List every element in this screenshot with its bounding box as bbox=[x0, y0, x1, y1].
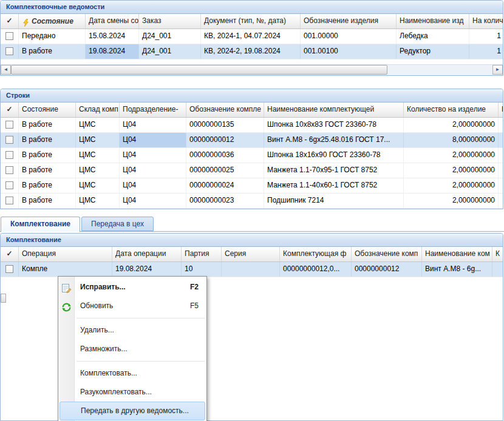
panel-stroki: Строки ✓ Состояние Склад комп Подразделе… bbox=[0, 89, 503, 209]
cell-state: В работе bbox=[19, 118, 76, 132]
row-checkbox-cell bbox=[1, 163, 19, 178]
komplektovanie-col-oboz[interactable]: Обозначение комп bbox=[352, 247, 422, 261]
menu-item-refresh[interactable]: Обновить F5 bbox=[58, 297, 206, 315]
stroki-row-3[interactable]: В работе ЦМС Ц04 00000000036 Шпонка 18x1… bbox=[1, 148, 503, 163]
vedomosti-col-doc[interactable]: Документ (тип, №, дата) bbox=[201, 14, 301, 29]
komplektovanie-col-seria[interactable]: Серия bbox=[222, 247, 280, 261]
cell-qty: 2,000000000 bbox=[404, 194, 499, 208]
cell-name: Редуктор bbox=[397, 44, 469, 59]
cell-oboz: 00000000012 bbox=[352, 262, 422, 277]
stroki-col-sklad[interactable]: Склад комп bbox=[76, 103, 120, 117]
stroki-row-4[interactable]: В работе ЦМС Ц04 00000000025 Манжета 1.1… bbox=[1, 163, 503, 178]
lightning-icon bbox=[22, 18, 30, 25]
menu-item-label: Обновить bbox=[80, 301, 113, 310]
cell-oboz: 00000000036 bbox=[186, 148, 264, 163]
stroki-col-podr[interactable]: Подразделение- bbox=[120, 103, 186, 117]
komplektovanie-col-op[interactable]: Операция bbox=[19, 247, 112, 261]
komplektovanie-select-all-column[interactable]: ✓ bbox=[1, 247, 19, 261]
row-checkbox-cell bbox=[1, 29, 19, 44]
stroki-col-naim[interactable]: Наименование комплектующей bbox=[264, 103, 404, 117]
cell-sklad: ЦМС bbox=[76, 194, 120, 208]
row-checkbox[interactable] bbox=[5, 181, 13, 189]
menu-item-label: Исправить... bbox=[80, 283, 126, 291]
menu-separator bbox=[58, 359, 206, 364]
komplektovanie-col-k[interactable]: К bbox=[492, 247, 503, 261]
cell-k bbox=[492, 262, 503, 277]
vedomosti-row-2-selected[interactable]: В работе 19.08.2024 Д24_001 КВ, 2024-2, … bbox=[1, 44, 503, 59]
cell-naim: Манжета 1.1-40x60-1 ГОСТ 8752 bbox=[264, 178, 404, 193]
komplektovanie-col-fact[interactable]: Комплектующая ф bbox=[280, 247, 352, 261]
menu-item-delete[interactable]: Удалить... bbox=[58, 321, 206, 340]
edit-icon bbox=[61, 282, 72, 292]
scroll-left-arrow-icon[interactable]: ◄ bbox=[1, 65, 11, 75]
menu-item-komplektovat[interactable]: Комплектовать... bbox=[58, 364, 206, 383]
cell-sklad: ЦМС bbox=[76, 163, 120, 178]
panel-stroki-title: Строки bbox=[1, 89, 503, 103]
vedomosti-col-name[interactable]: Наименование изд bbox=[397, 14, 469, 29]
stroki-col-state[interactable]: Состояние bbox=[19, 103, 76, 117]
stroki-col-qty[interactable]: Количество на изделие bbox=[404, 103, 499, 117]
cell-oboz: 00000000025 bbox=[186, 163, 264, 178]
row-checkbox[interactable] bbox=[5, 151, 13, 159]
tab-komplektovanie[interactable]: Комплектование bbox=[1, 217, 80, 232]
komplektovanie-col-date[interactable]: Дата операции bbox=[112, 247, 182, 261]
menu-item-label: Разукомплектовать... bbox=[80, 388, 152, 396]
row-checkbox[interactable] bbox=[5, 166, 13, 174]
cell-podr: Ц04 bbox=[120, 178, 186, 193]
row-checkbox-cell bbox=[1, 133, 19, 147]
vedomosti-col-order[interactable]: Заказ bbox=[139, 14, 201, 29]
stroki-row-1[interactable]: В работе ЦМС Ц04 00000000135 Шпонка 10x8… bbox=[1, 118, 503, 133]
cell-qty: 1 bbox=[469, 44, 503, 59]
stroki-col-oboz[interactable]: Обозначение компле bbox=[186, 103, 264, 117]
row-checkbox[interactable] bbox=[5, 265, 13, 273]
refresh-icon bbox=[61, 301, 72, 311]
komplektovanie-row-1-selected[interactable]: Компле 19.08.2024 10 00000000012,0... 00… bbox=[1, 262, 503, 277]
stroki-row-6[interactable]: В работе ЦМС Ц04 00000000023 Подшипник 7… bbox=[1, 194, 503, 209]
stroki-row-5[interactable]: В работе ЦМС Ц04 00000000024 Манжета 1.1… bbox=[1, 178, 503, 194]
cell-oboz: 00000000023 bbox=[186, 194, 264, 208]
cell-date-focused: 19.08.2024 bbox=[86, 44, 139, 59]
row-checkbox-cell bbox=[1, 194, 19, 208]
row-checkbox[interactable] bbox=[5, 32, 13, 40]
scroll-right-arrow-icon[interactable]: ► bbox=[492, 65, 503, 75]
komplektovanie-col-party[interactable]: Партия bbox=[182, 247, 222, 261]
komplektovanie-col-naim[interactable]: Наименование ком bbox=[422, 247, 492, 261]
cell-state: В работе bbox=[19, 133, 76, 147]
cell-code: 001.00000 bbox=[301, 29, 397, 44]
vedomosti-col-code[interactable]: Обозначение изделия bbox=[301, 14, 397, 29]
menu-item-razukomplektovat[interactable]: Разукомплектовать... bbox=[58, 383, 206, 402]
tab-peredacha-v-ceh[interactable]: Передача в цех bbox=[81, 217, 154, 231]
scrollbar-button[interactable] bbox=[1, 294, 6, 303]
vedomosti-row-1[interactable]: Передано 15.08.2024 Д24_001 КВ, 2024-1, … bbox=[1, 29, 503, 44]
cell-state: Передано bbox=[19, 29, 86, 44]
cell-naim: Шпонка 10x8x83 ГОСТ 23360-78 bbox=[264, 118, 404, 132]
scrollbar-thumb[interactable] bbox=[11, 65, 387, 75]
cell-naim: Винт А.М8 - 6g... bbox=[422, 262, 492, 277]
cell-fact: 00000000012,0... bbox=[280, 262, 352, 277]
stroki-select-all-column[interactable]: ✓ bbox=[1, 103, 19, 117]
stroki-row-2-selected[interactable]: В работе ЦМС Ц04 00000000012 Винт А.М8 -… bbox=[1, 133, 503, 148]
menu-item-edit[interactable]: Исправить... F2 bbox=[58, 278, 206, 297]
vedomosti-col-state[interactable]: Состояние bbox=[19, 14, 86, 29]
cell-order: Д24_001 bbox=[139, 29, 201, 44]
cell-naim: Подшипник 7214 bbox=[264, 194, 404, 208]
cell-state: В работе bbox=[19, 178, 76, 193]
row-checkbox-cell bbox=[1, 148, 19, 163]
vedomosti-horizontal-scrollbar[interactable]: ◄ ► bbox=[1, 64, 503, 75]
cell-date: 15.08.2024 bbox=[86, 29, 139, 44]
vedomosti-col-qty[interactable]: На колич bbox=[469, 14, 503, 29]
cell-qty: 2,000000000 bbox=[404, 118, 499, 132]
vedomosti-col-date[interactable]: Дата смены сост bbox=[86, 14, 139, 29]
menu-item-peredat-v-druguyu-vedomost[interactable]: Передать в другую ведомость... bbox=[60, 402, 205, 420]
menu-item-duplicate[interactable]: Размножить... bbox=[58, 340, 206, 359]
row-checkbox-cell bbox=[1, 44, 19, 59]
row-checkbox[interactable] bbox=[5, 121, 13, 129]
vedomosti-col-state-label: Состояние bbox=[32, 15, 73, 29]
row-checkbox[interactable] bbox=[5, 47, 13, 55]
row-checkbox[interactable] bbox=[5, 136, 13, 144]
row-checkbox-cell bbox=[1, 262, 19, 277]
cell-state: В работе bbox=[19, 44, 86, 59]
stroki-col-k[interactable]: К bbox=[499, 103, 503, 117]
row-checkbox[interactable] bbox=[5, 197, 13, 204]
vedomosti-select-all-column[interactable]: ✓ bbox=[1, 14, 19, 29]
